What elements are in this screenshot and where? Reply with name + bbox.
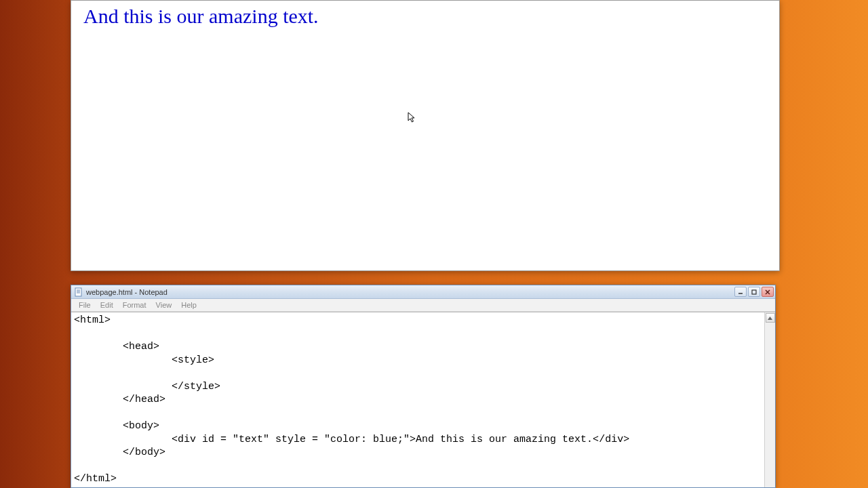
rendered-text: And this is our amazing text. (83, 5, 767, 28)
browser-content[interactable]: And this is our amazing text. (71, 1, 779, 270)
window-controls (734, 287, 774, 297)
notepad-window: webpage.html - Notepad File Edit Format … (71, 285, 776, 488)
scroll-up-button[interactable] (766, 313, 775, 323)
minimize-button[interactable] (734, 287, 747, 297)
menu-format[interactable]: Format (118, 300, 151, 310)
svg-rect-5 (752, 290, 756, 294)
menubar: File Edit Format View Help (71, 299, 775, 312)
vertical-scrollbar[interactable] (764, 312, 775, 487)
menu-view[interactable]: View (151, 300, 177, 310)
menu-edit[interactable]: Edit (96, 300, 118, 310)
document-icon (74, 287, 83, 297)
menu-file[interactable]: File (74, 300, 96, 310)
menu-help[interactable]: Help (176, 300, 201, 310)
code-editor[interactable]: <html> <head> <style> </style> </head> <… (71, 312, 764, 487)
browser-window: And this is our amazing text. (71, 0, 780, 271)
svg-rect-0 (75, 288, 81, 296)
cursor-icon (408, 112, 416, 124)
editor-area: <html> <head> <style> </style> </head> <… (71, 312, 775, 487)
maximize-button[interactable] (748, 287, 760, 297)
window-title: webpage.html - Notepad (86, 288, 167, 296)
close-button[interactable] (762, 287, 774, 297)
titlebar[interactable]: webpage.html - Notepad (71, 285, 775, 299)
